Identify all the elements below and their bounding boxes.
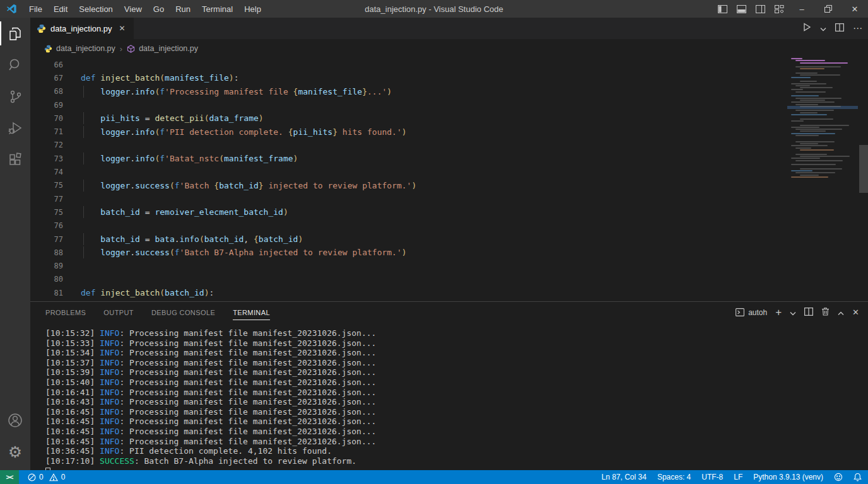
code-line[interactable]: 88 logger.success(f'Batch B7-Alpha injec… [30,246,787,259]
code-line[interactable]: 68 logger.info(f'Processing manifest fil… [30,85,787,98]
warnings-icon [49,473,58,481]
code-line[interactable]: 67def inject_batch(manifest_file): [30,71,787,84]
toggle-panel-icon[interactable] [732,0,751,18]
code-line[interactable]: 66 [30,58,787,71]
menu-go[interactable]: Go [148,4,170,14]
toggle-sidebar-icon[interactable] [713,0,732,18]
explorer-icon[interactable] [0,18,30,49]
code-line[interactable]: 73 logger.info(f'Batat_nstc(manifest_fra… [30,152,787,165]
vscode-logo-icon [6,4,17,14]
run-python-file-icon[interactable] [802,23,811,34]
run-dropdown-chevron-icon[interactable] [820,23,826,34]
code-line[interactable]: 76 [30,219,787,233]
code-line[interactable]: 89 [30,259,787,272]
code-text: def inject_batch(batch_id): [81,288,214,297]
indent-guide [83,246,84,258]
status-cursor-position[interactable]: Ln 87, Col 34 [601,473,646,481]
customize-layout-icon[interactable] [770,0,789,18]
code-line[interactable]: 69 [30,98,787,112]
extensions-icon[interactable] [0,144,30,175]
tab-close-icon[interactable]: ✕ [117,23,127,33]
new-terminal-icon[interactable]: + [775,306,782,319]
close-window-button[interactable]: ✕ [842,0,868,18]
remote-indicator[interactable]: >< [0,470,19,484]
minimap[interactable] [787,58,858,200]
code-line[interactable]: 75 batch_id = remoiver_elecment_batch_id… [30,205,787,219]
code-line[interactable]: 81def inject_batch(batch_id): [30,286,787,299]
search-icon[interactable] [0,49,30,81]
menu-edit[interactable]: Edit [48,4,73,14]
terminal-profile[interactable]: autoh [736,308,767,317]
panel-tab-problems[interactable]: PROBLEMS [45,302,86,323]
terminal-log-line: [10:16:45] INFO: Processing manifest fil… [45,427,855,437]
breadcrumb-symbol[interactable]: data_injection.py [127,44,198,53]
status-encoding[interactable]: UTF-8 [701,473,723,481]
code-line[interactable]: 77 batch_id = bata.info(batch_id, {batch… [30,233,787,246]
panel-tab-terminal[interactable]: TERMINAL [233,302,270,323]
warnings-count: 0 [61,473,66,481]
problems-status[interactable]: 0 0 [28,473,65,481]
close-panel-icon[interactable]: ✕ [852,308,859,317]
menu-selection[interactable]: Selection [73,4,118,14]
code-line[interactable]: 75 logger.success(f'Batch {batch_id} inj… [30,179,787,192]
editor-tab-strip: data_injection.py ✕ ⋯ [30,18,868,39]
indent-guide [83,126,84,138]
code-line[interactable]: 71 logger.info(f'PII detection complete.… [30,125,787,138]
editor-scrollbar[interactable] [859,145,868,193]
code-text: batch_id = remoiver_elecment_batch_id) [81,207,288,217]
tab-data-injection[interactable]: data_injection.py ✕ [30,18,134,39]
status-language-mode[interactable]: Python 3.9.13 (venv) [753,473,823,481]
panel-tab-output[interactable]: OUTPUT [103,302,134,323]
restore-button[interactable] [815,0,842,18]
code-line[interactable]: 72 [30,139,787,152]
line-number: 77 [30,235,63,244]
code-editor[interactable]: 6667def inject_batch(manifest_file):68 l… [30,58,787,301]
settings-gear-icon[interactable]: ⚙ [0,436,30,468]
code-text: def inject_batch(manifest_file): [81,73,238,83]
split-editor-icon[interactable] [835,23,844,34]
panel-tab-debug-console[interactable]: DEBUG CONSOLE [151,302,215,323]
activity-bar: ⚙ [0,18,30,470]
vscode-window: FileEditSelectionViewGoRunTerminalHelp d… [0,0,868,484]
line-number: 88 [30,248,63,257]
panel-header: PROBLEMSOUTPUTDEBUG CONSOLETERMINAL auto… [30,302,868,323]
feedback-smiley-icon[interactable] [834,473,843,481]
line-number: 77 [30,195,63,204]
split-terminal-icon[interactable] [804,307,813,318]
maximize-panel-chevron-icon[interactable] [838,307,844,318]
kill-terminal-icon[interactable] [821,307,830,318]
notifications-bell-icon[interactable] [853,473,862,481]
code-line[interactable]: 70 pii_hits = detect_pii(data_frame) [30,112,787,125]
terminal-log-line: [10:16:41] INFO: Processing manifest fil… [45,388,855,398]
terminal-output[interactable]: [10:15:32] INFO: Processing manifest fil… [45,328,855,468]
more-actions-icon[interactable]: ⋯ [853,23,863,34]
code-text: logger.info(f'Batat_nstc(manifest_frame) [81,154,298,163]
terminal-log-line: [10:15:34] INFO: Processing manifest fil… [45,348,855,358]
terminal-log-line: [10:36:45] INFO: PII detection complete.… [45,446,855,456]
status-indentation[interactable]: Spaces: 4 [657,473,691,481]
tab-label: data_injection.py [50,24,112,33]
menu-run[interactable]: Run [170,4,196,14]
menu-help[interactable]: Help [238,4,267,14]
code-text: logger.info(f'Processing manifest file {… [81,87,392,96]
menu-file[interactable]: File [23,4,48,14]
code-line[interactable]: 80 [30,273,787,286]
accounts-icon[interactable] [0,405,30,436]
menu-bar: FileEditSelectionViewGoRunTerminalHelp [23,4,267,14]
line-number: 72 [30,141,63,149]
status-eol[interactable]: LF [734,473,742,481]
menu-terminal[interactable]: Terminal [196,4,238,14]
minimize-button[interactable]: – [789,0,815,18]
run-and-debug-icon[interactable] [0,112,30,144]
menu-view[interactable]: View [119,4,148,14]
terminal-log-line: [10:15:37] INFO: Processing manifest fil… [45,358,855,368]
line-number: 71 [30,127,63,136]
line-number: 66 [30,60,63,69]
breadcrumb-file[interactable]: data_injection.py [44,44,115,53]
terminal-dropdown-chevron-icon[interactable] [790,307,796,318]
toggle-secondary-sidebar-icon[interactable] [751,0,770,18]
source-control-icon[interactable] [0,81,30,112]
code-line[interactable]: 74 [30,165,787,178]
terminal-log-line: [10:15:33] INFO: Processing manifest fil… [45,338,855,349]
code-line[interactable]: 77 [30,192,787,205]
